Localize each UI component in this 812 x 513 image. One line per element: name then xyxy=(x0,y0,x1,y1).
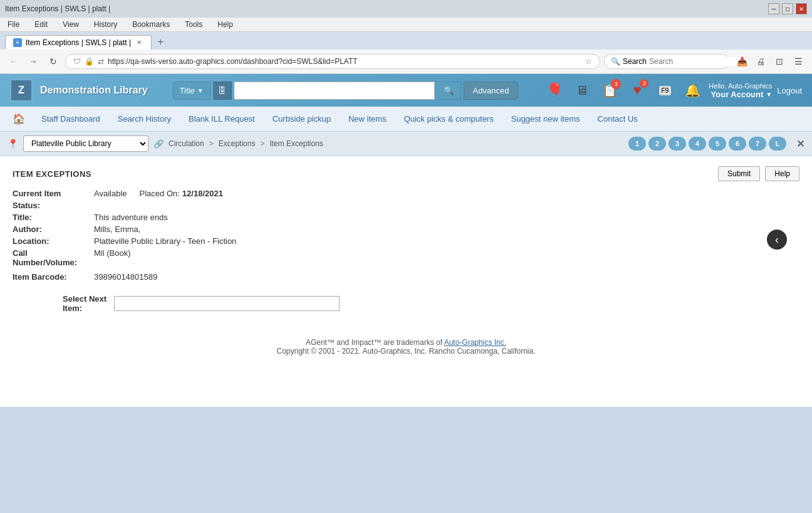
maximize-button[interactable]: □ xyxy=(782,3,793,14)
browser-search-bar[interactable]: 🔍 Search xyxy=(604,54,729,69)
nav-home-icon[interactable]: 🏠 xyxy=(5,107,33,131)
greeting-text: Hello, Auto-Graphics xyxy=(709,82,772,90)
search-database-button[interactable]: 🗄 xyxy=(213,82,232,100)
address-bar: ← → ↻ 🛡 🔒 ⇄ https://qa-swls-verso.auto-g… xyxy=(0,50,812,74)
company-link[interactable]: Auto-Graphics Inc. xyxy=(444,338,506,347)
balloon-icon: 🎈 xyxy=(546,82,563,98)
notifications-icon-button[interactable]: 📋 3 xyxy=(598,79,621,102)
minimize-button[interactable]: ─ xyxy=(768,3,779,14)
breadcrumb-sep-1: > xyxy=(209,139,214,148)
connection-icon: ⇄ xyxy=(98,57,104,66)
search-button[interactable]: 🔍 xyxy=(437,82,461,100)
bell-icon-button[interactable]: 🔔 xyxy=(681,79,704,102)
title-bar: Item Exceptions | SWLS | platt | ─ □ ✕ xyxy=(0,0,812,18)
active-tab[interactable]: A Item Exceptions | SWLS | platt | ✕ xyxy=(5,35,152,50)
status-label: Status: xyxy=(13,201,94,210)
library-select[interactable]: Platteville Public Library xyxy=(23,135,148,152)
f9-button[interactable]: F9 xyxy=(653,79,676,102)
tab-title: Item Exceptions | SWLS | platt | xyxy=(26,38,131,47)
page-tab-6[interactable]: 6 xyxy=(729,137,746,151)
back-arrow-button[interactable]: ‹ xyxy=(767,230,787,250)
print-icon[interactable]: 🖨 xyxy=(752,53,769,70)
refresh-button[interactable]: ↻ xyxy=(45,53,61,70)
advanced-search-button[interactable]: Advanced xyxy=(464,82,519,100)
menu-icon[interactable]: ☰ xyxy=(789,53,807,70)
browser-chrome: Item Exceptions | SWLS | platt | ─ □ ✕ F… xyxy=(0,0,812,74)
close-panel-button[interactable]: ✕ xyxy=(796,138,804,150)
forward-button[interactable]: → xyxy=(25,53,41,70)
bookmark-star-icon[interactable]: ☆ xyxy=(585,57,592,66)
tab-bar: A Item Exceptions | SWLS | platt | ✕ + xyxy=(0,32,812,50)
page-tab-L[interactable]: L xyxy=(769,137,786,151)
balloon-icon-button[interactable]: 🎈 xyxy=(543,79,566,102)
page-tab-7[interactable]: 7 xyxy=(749,137,766,151)
title-value: This adventure ends xyxy=(94,213,168,222)
page-tab-5[interactable]: 5 xyxy=(709,137,726,151)
barcode-value: 39896014801589 xyxy=(94,272,157,282)
call-value: Mil (Book) xyxy=(94,248,131,258)
main-search-input[interactable] xyxy=(234,82,435,100)
nav-staff-dashboard[interactable]: Staff Dashboard xyxy=(33,108,109,130)
nav-new-items[interactable]: New items xyxy=(340,108,395,130)
tab-close-button[interactable]: ✕ xyxy=(135,38,143,46)
nav-quick-picks[interactable]: Quick picks & computers xyxy=(395,108,502,130)
chevron-down-icon: ▼ xyxy=(197,87,204,94)
location-value: Platteville Public Library - Teen - Fict… xyxy=(94,236,236,246)
select-next-section: Select NextItem: xyxy=(63,294,799,313)
select-next-input[interactable] xyxy=(114,296,340,311)
heart-icon-button[interactable]: ♥ 3 xyxy=(626,79,648,102)
location-label: Location: xyxy=(13,236,94,246)
author-value: Mills, Emma, xyxy=(94,225,140,234)
nav-curbside[interactable]: Curbside pickup xyxy=(264,108,340,130)
nav-contact-us[interactable]: Contact Us xyxy=(589,108,647,130)
account-label: Your Account xyxy=(711,90,764,99)
menu-help[interactable]: Help xyxy=(215,19,236,29)
title-label: Title: xyxy=(13,213,94,222)
section-title: ITEM EXCEPTIONS xyxy=(13,169,91,179)
action-buttons: Submit Help xyxy=(718,166,799,181)
search-magnifier-icon: 🔍 xyxy=(444,86,454,95)
page-tab-3[interactable]: 3 xyxy=(669,137,686,151)
search-type-dropdown[interactable]: Title ▼ xyxy=(173,82,211,100)
nav-blank-ill[interactable]: Blank ILL Request xyxy=(180,108,264,130)
library-name: Demonstration Library xyxy=(40,85,148,96)
menu-bookmarks[interactable]: Bookmarks xyxy=(130,19,172,29)
submit-button[interactable]: Submit xyxy=(718,166,760,181)
url-text: https://qa-swls-verso.auto-graphics.com/… xyxy=(108,57,581,66)
location-pin-icon: 📍 xyxy=(8,139,18,149)
account-dropdown[interactable]: Your Account ▼ xyxy=(711,90,773,99)
tab-favicon: A xyxy=(13,38,22,47)
menu-file[interactable]: File xyxy=(5,19,22,29)
new-tab-button[interactable]: + xyxy=(153,34,168,50)
f9-label: F9 xyxy=(659,86,672,95)
menu-tools[interactable]: Tools xyxy=(182,19,205,29)
barcode-label: Item Barcode: xyxy=(13,272,94,282)
page-tab-4[interactable]: 4 xyxy=(689,137,706,151)
pocket-icon[interactable]: 📥 xyxy=(733,53,751,70)
monitor-icon-button[interactable]: 🖥 xyxy=(571,79,593,102)
reading-mode-icon[interactable]: ⊡ xyxy=(771,53,788,70)
breadcrumb-bar: 📍 Platteville Public Library 🔗 Circulati… xyxy=(0,132,812,156)
header-icons: 🎈 🖥 📋 3 ♥ 3 F9 🔔 Hello, Auto-Graphics xyxy=(543,79,802,102)
call-label: CallNumber/Volume: xyxy=(13,248,94,267)
page-tab-2[interactable]: 2 xyxy=(648,137,666,151)
close-button[interactable]: ✕ xyxy=(796,3,807,14)
status-available: Available xyxy=(94,189,127,198)
app-logo-icon: Z xyxy=(10,79,33,102)
search-type-label: Title xyxy=(180,86,195,95)
breadcrumb-item-exceptions: Item Exceptions xyxy=(269,139,323,148)
account-section: Hello, Auto-Graphics Your Account ▼ xyxy=(709,82,772,99)
logout-button[interactable]: Logout xyxy=(777,86,802,95)
page-tab-1[interactable]: 1 xyxy=(628,137,646,151)
nav-suggest-items[interactable]: Suggest new items xyxy=(502,108,589,130)
menu-view[interactable]: View xyxy=(60,19,81,29)
footer: AGent™ and Impact™ are trademarks of Aut… xyxy=(13,325,799,368)
menu-edit[interactable]: Edit xyxy=(32,19,50,29)
help-button[interactable]: Help xyxy=(765,166,799,181)
menu-history[interactable]: History xyxy=(91,19,120,29)
browser-search-input[interactable] xyxy=(649,57,743,66)
url-bar[interactable]: 🛡 🔒 ⇄ https://qa-swls-verso.auto-graphic… xyxy=(65,54,600,69)
nav-search-history[interactable]: Search History xyxy=(109,108,180,130)
author-label: Author: xyxy=(13,225,94,234)
back-button[interactable]: ← xyxy=(5,53,21,70)
